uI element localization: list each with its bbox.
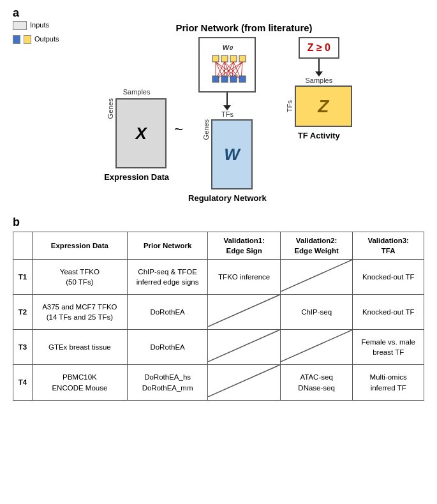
matrix-w: W [211, 119, 253, 189]
samples-label-z: Samples [305, 77, 332, 84]
table-header-row: Expression Data Prior Network Validation… [13, 232, 424, 260]
cell-val1 [208, 365, 280, 400]
cell-val2 [280, 330, 352, 365]
panel-a: a Prior Network (from literature) Inputs… [13, 6, 424, 203]
nn-diagram [205, 54, 253, 87]
svg-rect-2 [230, 56, 237, 62]
legend-outputs: Outputs [13, 33, 59, 46]
panel-b: b Expression Data Prior Network Validati… [13, 216, 424, 401]
panel-a-title: Prior Network (from literature) [64, 22, 424, 33]
expression-label: Expression Data [104, 172, 169, 182]
header-prior: Prior Network [127, 232, 208, 260]
row-id: T3 [13, 330, 33, 365]
svg-line-25 [208, 295, 279, 327]
cell-prior: DoRothEA_hsDoRothEA_mm [127, 365, 208, 400]
svg-line-28 [208, 365, 279, 397]
cell-val3: Multi-omicsinferred TF [353, 365, 424, 400]
z-constraint-box: Z ≥ 0 [299, 37, 339, 59]
table-row: T3GTEx breast tissueDoRothEAFemale vs. m… [13, 330, 424, 365]
cell-val1 [208, 295, 280, 330]
cell-val2: ChIP-seq [280, 295, 352, 330]
header-val3: Validation3:TFA [353, 232, 424, 260]
svg-rect-21 [221, 76, 228, 82]
panel-a-label: a [13, 6, 424, 20]
arrow-to-tfs [221, 93, 233, 110]
svg-rect-0 [212, 56, 219, 62]
panel-b-label: b [13, 216, 424, 229]
w-matrix-row: Genes W [202, 119, 253, 189]
legend-inputs: Inputs [13, 19, 59, 32]
legend-outputs-box-blue [13, 35, 20, 44]
tfa-label: TF Activity [298, 131, 340, 140]
cell-prior: ChIP-seq & TFOEinferred edge signs [127, 260, 208, 295]
prior-network-box: w₀ [198, 37, 256, 93]
cell-val3: Knocked-out TF [353, 295, 424, 330]
header-val2: Validation2:Edge Weight [280, 232, 352, 260]
header-empty [13, 232, 33, 260]
legend-inputs-label: Inputs [30, 19, 49, 32]
legend-inputs-box [13, 21, 27, 30]
tfs-label-w: TFs [221, 110, 233, 118]
arrow-line-z [318, 59, 320, 71]
genes-label-w: Genes [202, 119, 210, 140]
regulatory-label: Regulatory Network [188, 193, 267, 203]
cell-prior: DoRothEA [127, 330, 208, 365]
cell-expression: A375 and MCF7 TFKO(14 TFs and 25 TFs) [33, 295, 128, 330]
genes-label-x: Genes [107, 98, 114, 119]
legend-outputs-label: Outputs [34, 33, 59, 46]
cell-val1 [208, 330, 280, 365]
matrix-z: Z [295, 85, 352, 127]
cell-expression: PBMC10KENCODE Mouse [33, 365, 128, 400]
row-id: T4 [13, 365, 33, 400]
w0-label: w₀ [205, 42, 249, 52]
header-val1: Validation1:Edge Sign [208, 232, 280, 260]
svg-rect-20 [212, 76, 219, 82]
header-expression: Expression Data [33, 232, 128, 260]
tfs-label-z: TFs [286, 100, 293, 112]
x-matrix-row: Genes X [107, 98, 167, 168]
svg-rect-3 [239, 56, 246, 62]
tilde-symbol: ~ [174, 121, 183, 138]
table-body: T1Yeast TFKO(50 TFs)ChIP-seq & TFOEinfer… [13, 260, 424, 400]
table-row: T2A375 and MCF7 TFKO(14 TFs and 25 TFs)D… [13, 295, 424, 330]
cell-val1: TFKO inference [208, 260, 280, 295]
z-col: Z ≥ 0 Samples TFs Z TF Activity [286, 37, 352, 140]
cell-val2: ATAC-seqDNase-seq [280, 365, 352, 400]
arrow-line [226, 93, 228, 105]
svg-line-24 [281, 260, 352, 292]
diagram-area: Samples Genes X Expression Data ~ w₀ [13, 37, 424, 203]
svg-rect-23 [239, 76, 246, 82]
row-id: T2 [13, 295, 33, 330]
cell-val2 [280, 260, 352, 295]
matrix-x: X [115, 98, 167, 168]
cell-val3: Knocked-out TF [353, 260, 424, 295]
x-col: Samples Genes X Expression Data [104, 88, 169, 182]
legend: Inputs Outputs [13, 19, 59, 47]
svg-line-27 [281, 330, 352, 362]
legend-outputs-box-gold [24, 35, 31, 44]
arrow-head [223, 105, 231, 110]
table-row: T4PBMC10KENCODE MouseDoRothEA_hsDoRothEA… [13, 365, 424, 400]
cell-expression: Yeast TFKO(50 TFs) [33, 260, 128, 295]
arrow-head-z [315, 71, 323, 77]
svg-rect-22 [230, 76, 237, 82]
arrow-to-samples [313, 59, 325, 77]
z-matrix-row: TFs Z [286, 85, 352, 127]
data-table: Expression Data Prior Network Validation… [13, 232, 424, 401]
cell-val3: Female vs. malebreast TF [353, 330, 424, 365]
row-id: T1 [13, 260, 33, 295]
table-row: T1Yeast TFKO(50 TFs)ChIP-seq & TFOEinfer… [13, 260, 424, 295]
cell-prior: DoRothEA [127, 295, 208, 330]
cell-expression: GTEx breast tissue [33, 330, 128, 365]
samples-label-x: Samples [123, 88, 151, 96]
svg-rect-1 [221, 56, 228, 62]
svg-line-26 [208, 330, 279, 362]
w-col: w₀ [188, 37, 267, 203]
